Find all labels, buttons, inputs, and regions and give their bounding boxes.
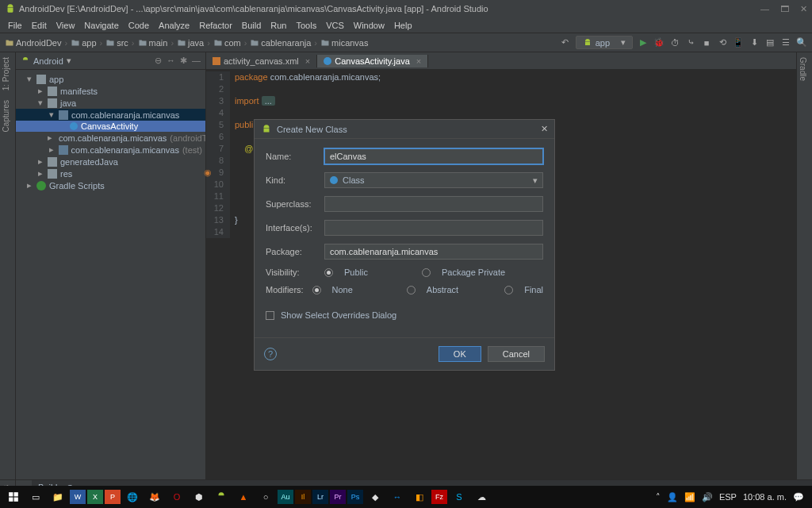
menu-file[interactable]: File: [5, 21, 25, 30]
app-icon-2[interactable]: ○: [255, 488, 276, 506]
menu-build[interactable]: Build: [239, 21, 264, 30]
android-studio-icon[interactable]: [211, 488, 232, 506]
tree-java[interactable]: ▾java: [16, 97, 205, 109]
crumb-com[interactable]: com: [224, 38, 241, 48]
firefox-icon[interactable]: 🦊: [144, 488, 165, 506]
tree-package-main[interactable]: ▾com.cablenaranja.micanvas: [16, 109, 205, 121]
tree-app[interactable]: ▾app: [16, 73, 205, 85]
tray-notifications-icon[interactable]: 💬: [793, 492, 804, 502]
menu-view[interactable]: View: [53, 21, 79, 30]
project-view-selector[interactable]: Android: [33, 56, 63, 66]
audition-icon[interactable]: Au: [278, 490, 293, 504]
name-input[interactable]: [324, 148, 543, 164]
rail-project[interactable]: 1: Project: [0, 52, 15, 95]
structure-icon[interactable]: ☰: [780, 37, 791, 48]
crumb-micanvas[interactable]: micanvas: [331, 38, 368, 48]
opera-icon[interactable]: O: [167, 488, 187, 506]
modifier-final-radio[interactable]: [504, 286, 513, 294]
avd-icon[interactable]: 📱: [733, 37, 744, 48]
window-minimize[interactable]: —: [760, 4, 769, 14]
interfaces-input[interactable]: [324, 220, 543, 236]
explorer-icon[interactable]: 📁: [48, 488, 68, 506]
tree-manifests[interactable]: ▸manifests: [16, 85, 205, 97]
modifier-none-radio[interactable]: [312, 286, 321, 294]
dialog-close-icon[interactable]: ✕: [541, 124, 548, 134]
tray-clock[interactable]: 10:08 a. m.: [743, 492, 787, 502]
sdk-icon[interactable]: ⬇: [749, 37, 760, 48]
vlc-icon[interactable]: ▲: [233, 488, 254, 506]
rail-gradle[interactable]: Gradle: [797, 52, 809, 86]
teamviewer-icon[interactable]: ↔: [387, 488, 408, 506]
tab-activity-canvas-xml[interactable]: activity_canvas.xml×: [206, 55, 317, 67]
app-icon-3[interactable]: ◆: [365, 488, 385, 506]
expand-icon[interactable]: ↔: [167, 56, 175, 66]
word-icon[interactable]: W: [70, 490, 86, 504]
ok-button[interactable]: OK: [439, 346, 481, 362]
menu-navigate[interactable]: Navigate: [81, 21, 121, 30]
close-icon[interactable]: ×: [416, 56, 421, 66]
sync-icon[interactable]: ⟲: [717, 37, 728, 48]
menu-tools[interactable]: Tools: [293, 21, 320, 30]
tree-generatedjava[interactable]: ▸generatedJava: [16, 156, 205, 167]
illustrator-icon[interactable]: Il: [295, 490, 311, 504]
layout-icon[interactable]: ▤: [764, 37, 776, 48]
crumb-app[interactable]: app: [82, 38, 96, 48]
profile-icon[interactable]: ⏱: [669, 37, 680, 48]
app-icon-4[interactable]: ☁: [471, 488, 492, 506]
search-icon[interactable]: 🔍: [796, 37, 807, 48]
superclass-input[interactable]: [324, 196, 543, 212]
close-icon[interactable]: ×: [305, 56, 310, 66]
lightroom-icon[interactable]: Lr: [312, 490, 328, 504]
tree-gradle-scripts[interactable]: ▸Gradle Scripts: [16, 179, 205, 191]
tree-canvas-activity[interactable]: CanvasActivity: [16, 121, 205, 132]
app-icon-1[interactable]: ⬢: [189, 488, 209, 506]
tree-package-test[interactable]: ▸com.cablenaranja.micanvas (test): [16, 144, 205, 156]
crumb-java[interactable]: java: [188, 38, 204, 48]
menu-analyze[interactable]: Analyze: [155, 21, 193, 30]
menu-run[interactable]: Run: [267, 21, 289, 30]
menu-window[interactable]: Window: [350, 21, 388, 30]
tab-canvasactivity-java[interactable]: CanvasActivity.java×: [317, 55, 428, 67]
start-icon[interactable]: [3, 488, 24, 506]
kind-select[interactable]: Class ▾: [324, 172, 543, 188]
hide-icon[interactable]: —: [192, 56, 201, 66]
crumb-cablenaranja[interactable]: cablenaranja: [261, 38, 311, 48]
rail-captures[interactable]: Captures: [0, 95, 15, 137]
collapse-icon[interactable]: ⊖: [155, 56, 162, 66]
run-config-selector[interactable]: app ▾: [576, 36, 633, 49]
stop-icon[interactable]: ■: [701, 37, 712, 48]
window-maximize[interactable]: 🗖: [780, 4, 789, 14]
premiere-icon[interactable]: Pr: [330, 490, 346, 504]
excel-icon[interactable]: X: [87, 490, 103, 504]
visibility-public-radio[interactable]: [324, 268, 333, 277]
filezilla-icon[interactable]: Fz: [431, 490, 447, 504]
menu-edit[interactable]: Edit: [29, 21, 50, 30]
taskview-icon[interactable]: ▭: [25, 488, 46, 506]
photoshop-icon[interactable]: Ps: [347, 490, 363, 504]
crumb-src[interactable]: src: [117, 38, 128, 48]
menu-help[interactable]: Help: [391, 21, 416, 30]
menu-refactor[interactable]: Refactor: [196, 21, 236, 30]
sublime-icon[interactable]: ◧: [409, 488, 430, 506]
show-overrides-checkbox[interactable]: [266, 311, 274, 320]
visibility-package-private-radio[interactable]: [422, 268, 431, 277]
debug-icon[interactable]: 🐞: [653, 37, 665, 48]
tree-package-androidtest[interactable]: ▸com.cablenaranja.micanvas (androidTest): [16, 132, 205, 144]
tray-people-icon[interactable]: 👤: [667, 492, 678, 502]
crumb-root[interactable]: AndroidDev: [16, 38, 61, 48]
cancel-button[interactable]: Cancel: [488, 346, 545, 362]
back-icon[interactable]: ↶: [560, 37, 571, 48]
powerpoint-icon[interactable]: P: [105, 490, 121, 504]
attach-icon[interactable]: ⤷: [685, 37, 696, 48]
settings-icon[interactable]: ✱: [180, 56, 187, 66]
tray-lang-icon[interactable]: ESP: [719, 492, 737, 502]
menu-code[interactable]: Code: [125, 21, 152, 30]
skype-icon[interactable]: S: [449, 488, 469, 506]
chrome-icon[interactable]: 🌐: [122, 488, 143, 506]
menu-vcs[interactable]: VCS: [323, 21, 347, 30]
tray-volume-icon[interactable]: 🔊: [702, 492, 713, 502]
crumb-main[interactable]: main: [149, 38, 168, 48]
run-icon[interactable]: ▶: [638, 37, 649, 48]
tree-res[interactable]: ▸res: [16, 167, 205, 179]
breadcrumb[interactable]: AndroidDev› app› src› main› java› com› c…: [5, 38, 369, 48]
